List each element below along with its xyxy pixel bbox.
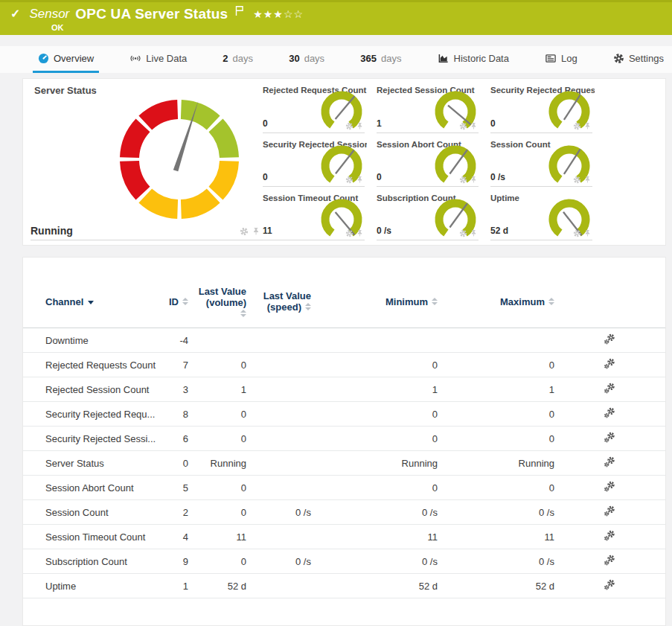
channel-edit-button[interactable] <box>554 530 665 544</box>
channel-name[interactable]: Subscription Count <box>45 556 159 567</box>
gear-icon[interactable] <box>459 176 467 184</box>
column-last-value-speed[interactable]: Last Value(speed) <box>246 290 311 313</box>
channel-settings-icon <box>604 432 615 444</box>
tab-label: days <box>304 53 324 64</box>
pin-icon[interactable] <box>356 229 363 237</box>
gear-icon[interactable] <box>345 229 353 237</box>
channel-edit-button[interactable] <box>554 407 665 421</box>
channel-min: 0 /s <box>311 507 438 518</box>
channel-last-volume: 0 <box>188 507 246 518</box>
channel-name[interactable]: Downtime <box>45 335 159 346</box>
tab-365-days[interactable]: 365days <box>355 46 406 73</box>
mini-gauge-actions <box>459 122 477 130</box>
channel-name[interactable]: Session Timeout Count <box>45 531 159 543</box>
channel-max: 0 <box>438 482 554 494</box>
channel-min: 0 <box>311 409 438 420</box>
table-row: Session Timeout Count 4 11 11 11 <box>23 525 665 549</box>
tab-label: Log <box>561 53 577 64</box>
chevron-down-icon <box>88 301 94 304</box>
column-id[interactable]: ID <box>159 296 188 307</box>
mini-gauge-cell: Session Count 0 /s <box>490 133 592 188</box>
pin-icon[interactable] <box>470 122 477 130</box>
gear-icon <box>613 53 624 64</box>
channel-edit-button[interactable] <box>554 505 665 520</box>
mini-gauge-value: 0 <box>377 172 382 182</box>
tab-historic-data[interactable]: Historic Data <box>432 46 514 73</box>
channel-name[interactable]: Rejected Requests Count <box>45 360 159 371</box>
channel-name[interactable]: Session Count <box>45 507 159 518</box>
channel-edit-button[interactable] <box>554 333 665 348</box>
channel-last-volume: 11 <box>188 531 246 543</box>
gear-icon[interactable] <box>345 122 353 130</box>
gear-icon[interactable] <box>573 176 581 184</box>
pin-icon[interactable] <box>470 176 477 184</box>
channel-min: 0 /s <box>311 556 438 567</box>
channel-name[interactable]: Uptime <box>45 581 159 592</box>
channel-edit-button[interactable] <box>554 358 665 372</box>
tab-2-days[interactable]: 2days <box>217 46 258 73</box>
mini-gauge-value: 11 <box>263 226 272 236</box>
priority-stars[interactable]: ★★★☆☆ <box>253 8 304 20</box>
pin-icon[interactable] <box>470 229 477 237</box>
pin-icon[interactable] <box>356 176 363 184</box>
channel-id: 7 <box>159 360 188 371</box>
tab-label: days <box>233 53 253 64</box>
gear-icon[interactable] <box>459 229 467 237</box>
table-row: Subscription Count 9 0 0 /s 0 /s 0 /s <box>23 549 665 574</box>
gear-icon[interactable] <box>240 227 249 236</box>
channel-edit-button[interactable] <box>554 456 665 470</box>
channel-max: Running <box>438 458 554 469</box>
channel-settings-icon <box>604 481 615 493</box>
pin-icon[interactable] <box>584 176 591 184</box>
pin-icon[interactable] <box>356 122 363 130</box>
pin-icon[interactable] <box>584 229 591 237</box>
channel-name[interactable]: Security Rejected Sessi... <box>45 433 159 444</box>
gear-icon[interactable] <box>345 176 353 184</box>
channel-name[interactable]: Rejected Session Count <box>45 384 159 395</box>
channel-id: 8 <box>159 409 188 420</box>
tab-live-data[interactable]: Live Data <box>124 46 192 73</box>
channel-edit-button[interactable] <box>554 555 665 569</box>
check-icon: ✓ <box>10 7 20 21</box>
channel-settings-icon <box>604 505 615 517</box>
channel-name[interactable]: Security Rejected Requ... <box>45 409 159 420</box>
channel-last-volume: 52 d <box>188 581 246 592</box>
tab-label: Overview <box>54 53 94 64</box>
tab-overview[interactable]: Overview <box>33 46 99 73</box>
gear-icon[interactable] <box>459 122 467 130</box>
channel-last-volume: 1 <box>188 384 246 395</box>
channel-edit-button[interactable] <box>554 383 665 397</box>
gear-icon[interactable] <box>573 229 581 237</box>
channel-name[interactable]: Session Abort Count <box>45 482 159 494</box>
sensor-kind-label: Sensor <box>29 7 69 22</box>
mini-gauge-actions <box>573 122 591 130</box>
tab-label: Historic Data <box>454 53 509 64</box>
sort-icon <box>240 310 246 317</box>
channel-edit-button[interactable] <box>554 432 665 446</box>
column-minimum[interactable]: Minimum <box>311 296 438 307</box>
gauge-icon <box>38 53 49 64</box>
tab-log[interactable]: Log <box>540 46 583 73</box>
mini-gauge-actions <box>459 176 477 184</box>
channel-table-panel: Channel ID Last Value(volume) Last Value… <box>22 257 666 626</box>
channel-edit-button[interactable] <box>554 579 665 593</box>
channel-last-volume: 0 <box>188 433 246 444</box>
tab-30-days[interactable]: 30days <box>284 46 330 73</box>
channel-last-volume: 0 <box>188 409 246 420</box>
channel-name[interactable]: Server Status <box>45 458 159 469</box>
column-last-value-volume[interactable]: Last Value(volume) <box>188 286 246 317</box>
tab-settings[interactable]: Settings <box>608 46 669 73</box>
pin-icon[interactable] <box>584 122 591 130</box>
column-channel[interactable]: Channel <box>45 296 159 307</box>
channel-min: 0 <box>311 360 438 371</box>
mini-gauge-value: 0 <box>490 118 496 129</box>
live-icon <box>129 53 141 64</box>
mini-gauge-cell: Uptime 52 d <box>490 187 592 240</box>
column-maximum[interactable]: Maximum <box>438 296 554 307</box>
pin-icon[interactable] <box>252 227 260 236</box>
main-gauge-value: Running <box>31 225 73 237</box>
channel-edit-button[interactable] <box>554 481 665 495</box>
channel-settings-icon <box>604 383 615 395</box>
flag-icon[interactable] <box>235 5 244 19</box>
gear-icon[interactable] <box>573 122 581 130</box>
